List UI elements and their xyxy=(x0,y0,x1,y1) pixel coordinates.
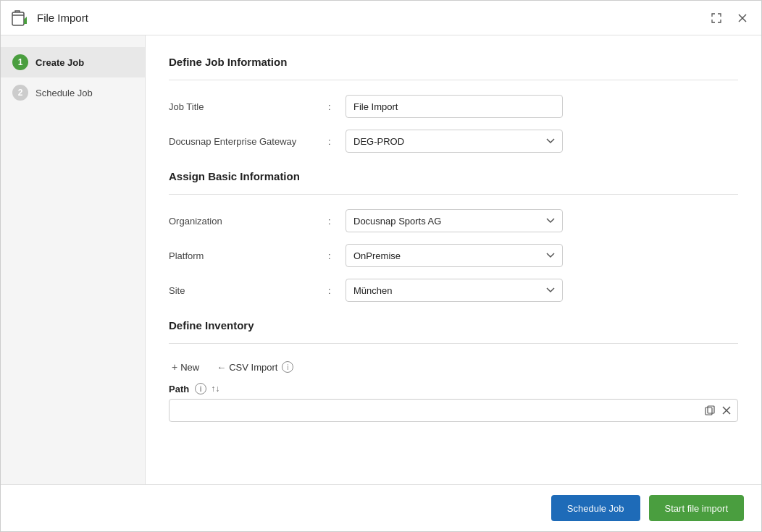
divider-basic xyxy=(169,194,738,195)
label-organization: Organization xyxy=(169,216,328,227)
csv-info-icon: i xyxy=(282,361,293,373)
window-controls xyxy=(706,8,753,28)
footer: Schedule Job Start file import xyxy=(1,484,761,531)
label-platform: Platform xyxy=(169,250,328,261)
window-title: File Import xyxy=(37,12,706,24)
select-gateway[interactable]: DEG-PROD xyxy=(346,130,563,153)
path-header: Path i ↑↓ xyxy=(169,383,738,394)
colon-gateway: : xyxy=(328,136,346,147)
close-button[interactable] xyxy=(732,8,753,28)
colon-job-title: : xyxy=(328,101,346,112)
form-row-job-title: Job Title : xyxy=(169,95,738,118)
section-inventory: Define Inventory + New ← CSV Import i Pa… xyxy=(169,319,738,422)
form-row-platform: Platform : OnPremise xyxy=(169,244,738,267)
form-row-organization: Organization : Docusnap Sports AG xyxy=(169,209,738,232)
form-row-gateway: Docusnap Enterprise Gateway : DEG-PROD xyxy=(169,130,738,153)
input-job-title[interactable] xyxy=(346,95,563,118)
csv-import-label: CSV Import xyxy=(229,362,277,373)
svg-rect-0 xyxy=(12,12,24,25)
sidebar-label-schedule-job: Schedule Job xyxy=(35,88,93,98)
main-window: File Import 1 Create Job 2 S xyxy=(0,0,762,532)
select-site[interactable]: München xyxy=(346,279,563,302)
select-platform[interactable]: OnPremise xyxy=(346,244,563,267)
path-clear-button[interactable] xyxy=(719,405,734,416)
path-copy-button[interactable] xyxy=(701,404,719,417)
form-row-site: Site : München xyxy=(169,279,738,302)
title-bar: File Import xyxy=(1,1,761,35)
path-label: Path xyxy=(169,384,189,394)
divider-job xyxy=(169,80,738,80)
section-title-job: Define Job Information xyxy=(169,56,738,68)
step-badge-2: 2 xyxy=(12,85,28,101)
section-basic-info: Assign Basic Information Organization : … xyxy=(169,170,738,313)
sidebar: 1 Create Job 2 Schedule Job xyxy=(1,35,146,484)
sidebar-label-create-job: Create Job xyxy=(35,57,84,68)
main-content: 1 Create Job 2 Schedule Job Define Job I… xyxy=(1,35,761,484)
csv-import-button[interactable]: ← CSV Import i xyxy=(214,358,296,376)
section-title-basic: Assign Basic Information xyxy=(169,170,738,182)
section-title-inventory: Define Inventory xyxy=(169,319,738,332)
start-file-import-button[interactable]: Start file import xyxy=(649,495,744,521)
colon-organization: : xyxy=(328,216,346,227)
path-input-row xyxy=(169,399,738,422)
colon-site: : xyxy=(328,285,346,296)
new-label: New xyxy=(180,362,199,373)
divider-inventory xyxy=(169,343,738,344)
form-panel: Define Job Information Job Title : Docus… xyxy=(146,35,761,484)
label-gateway: Docusnap Enterprise Gateway xyxy=(169,136,328,147)
expand-button[interactable] xyxy=(706,8,727,28)
label-job-title: Job Title xyxy=(169,101,328,112)
window-icon xyxy=(9,8,30,28)
schedule-job-button[interactable]: Schedule Job xyxy=(551,495,640,521)
step-badge-1: 1 xyxy=(12,54,28,70)
select-organization[interactable]: Docusnap Sports AG xyxy=(346,209,563,232)
sidebar-item-create-job[interactable]: 1 Create Job xyxy=(1,47,145,77)
csv-arrow-icon: ← xyxy=(217,362,226,373)
colon-platform: : xyxy=(328,250,346,261)
path-input[interactable] xyxy=(169,405,701,416)
path-info-icon: i xyxy=(195,383,206,394)
sidebar-item-schedule-job[interactable]: 2 Schedule Job xyxy=(1,77,145,108)
plus-icon: + xyxy=(172,361,177,373)
path-sort-icon[interactable]: ↑↓ xyxy=(211,384,219,394)
new-button[interactable]: + New xyxy=(169,358,202,376)
inventory-toolbar: + New ← CSV Import i xyxy=(169,358,738,376)
section-job-info: Define Job Information Job Title : Docus… xyxy=(169,56,738,164)
label-site: Site xyxy=(169,285,328,296)
